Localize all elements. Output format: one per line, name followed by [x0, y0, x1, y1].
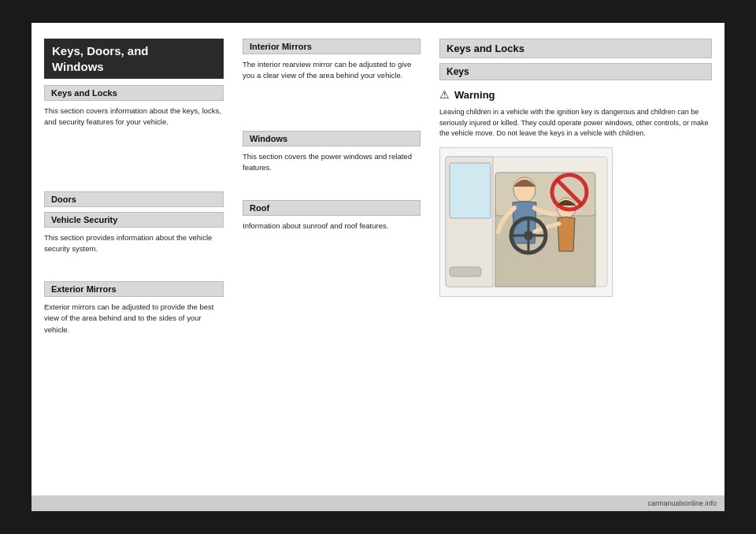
- svg-point-8: [524, 231, 533, 240]
- middle-column: Interior Mirrors The interior rearview m…: [233, 39, 430, 495]
- vehicle-security-bar: Vehicle Security: [44, 212, 224, 228]
- warning-icon: ⚠: [439, 88, 450, 101]
- vehicle-security-body: This section provides information about …: [44, 232, 224, 255]
- interior-mirrors-body: The interior rearview mirror can be adju…: [243, 59, 421, 82]
- warning-body: Leaving children in a vehicle with the i…: [439, 107, 712, 139]
- interior-mirrors-bar: Interior Mirrors: [243, 39, 421, 54]
- keys-and-locks-body: This section covers information about th…: [44, 106, 224, 128]
- keys-and-locks-heading: Keys and Locks: [439, 39, 712, 58]
- footer-text: carmanualsonline.info: [647, 499, 717, 507]
- svg-rect-2: [450, 267, 481, 276]
- main-title: Keys, Doors, and Windows: [44, 39, 224, 79]
- right-column: Keys and Locks Keys ⚠ Warning Leaving ch…: [430, 39, 712, 495]
- warning-illustration: [439, 147, 613, 297]
- windows-body: This section covers the power windows an…: [243, 151, 421, 174]
- roof-bar: Roof: [243, 200, 421, 216]
- exterior-mirrors-body: Exterior mirrors can be adjusted to prov…: [44, 302, 224, 336]
- keys-and-locks-bar-left: Keys and Locks: [44, 85, 224, 101]
- car-warning-svg: [442, 149, 611, 295]
- left-column: Keys, Doors, and Windows Keys and Locks …: [44, 39, 233, 495]
- keys-subheading: Keys: [439, 63, 712, 80]
- warning-line: ⚠ Warning: [439, 88, 712, 101]
- doors-bar: Doors: [44, 191, 224, 207]
- exterior-mirrors-bar: Exterior Mirrors: [44, 281, 224, 297]
- roof-body: Information about sunroof and roof featu…: [243, 221, 421, 232]
- windows-bar: Windows: [243, 131, 421, 146]
- footer-bar: carmanualsonline.info: [32, 495, 724, 511]
- warning-label: Warning: [454, 89, 495, 101]
- svg-rect-3: [450, 163, 491, 218]
